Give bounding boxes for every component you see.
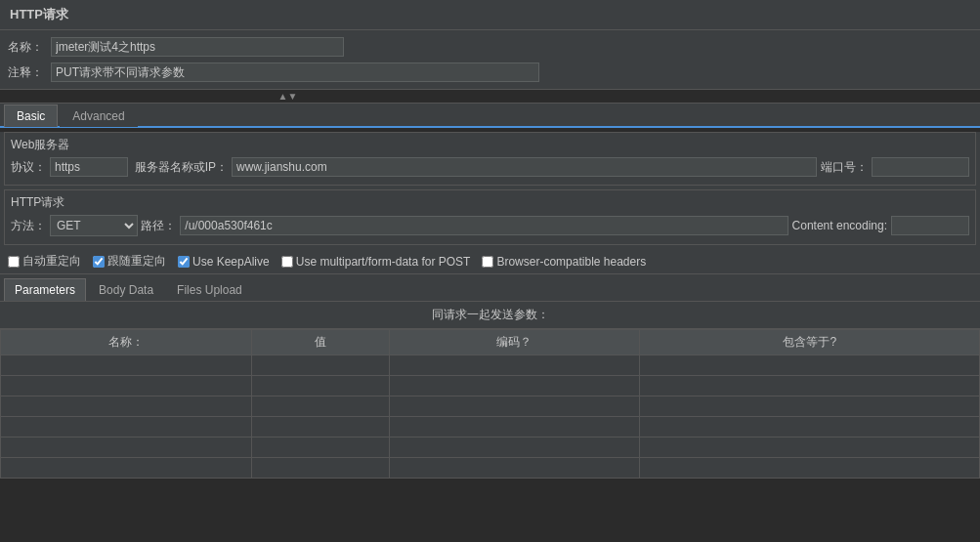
content-encoding-label: Content encoding:: [792, 219, 887, 232]
http-request-section: HTTP请求 方法： GET POST PUT DELETE HEAD OPTI…: [4, 189, 976, 245]
window-title: HTTP请求: [10, 7, 68, 21]
follow-redirect-label: 跟随重定向: [107, 253, 166, 270]
tab-files-upload[interactable]: Files Upload: [166, 278, 253, 301]
cell-include: [640, 438, 980, 458]
name-row: 名称：: [8, 34, 972, 60]
browser-headers-checkbox[interactable]: Browser-compatible headers: [482, 255, 646, 269]
cell-include: [640, 417, 980, 438]
tab-advanced[interactable]: Advanced: [60, 104, 137, 127]
table-row: [1, 438, 980, 458]
name-label: 名称：: [8, 39, 47, 56]
table-row: [1, 417, 980, 438]
cell-include: [640, 458, 980, 479]
method-path-row: 方法： GET POST PUT DELETE HEAD OPTIONS PAT…: [11, 215, 969, 236]
checkboxes-row: 自动重定向 跟随重定向 Use KeepAlive Use multipart/…: [0, 249, 980, 274]
server-field-row: 协议： 服务器名称或IP： 端口号：: [11, 157, 969, 177]
cell-name: [1, 438, 252, 458]
tab-basic[interactable]: Basic: [4, 104, 58, 127]
cell-encode: [389, 417, 640, 438]
server-input[interactable]: [232, 157, 817, 177]
method-select[interactable]: GET POST PUT DELETE HEAD OPTIONS PATCH T…: [50, 215, 138, 236]
multipart-checkbox[interactable]: Use multipart/form-data for POST: [281, 255, 471, 269]
col-name: 名称：: [1, 330, 252, 355]
table-row: [1, 396, 980, 417]
port-label: 端口号：: [821, 159, 868, 176]
parameters-table: 名称： 值 编码？ 包含等于?: [0, 329, 980, 479]
window-header: HTTP请求: [0, 0, 980, 30]
browser-headers-input[interactable]: [482, 256, 493, 268]
protocol-label: 协议：: [11, 159, 46, 176]
divider: ▲▼: [0, 90, 980, 104]
cell-name: [1, 355, 252, 376]
table-row: [1, 376, 980, 396]
tab-parameters[interactable]: Parameters: [4, 278, 86, 301]
cell-encode: [389, 355, 640, 376]
cell-name: [1, 417, 252, 438]
comment-row: 注释：: [8, 60, 972, 85]
encoding-input[interactable]: [891, 216, 969, 235]
cell-value: [251, 417, 389, 438]
col-encode: 编码？: [389, 330, 640, 355]
server-label: 服务器名称或IP：: [135, 159, 228, 176]
cell-value: [251, 438, 389, 458]
col-value: 值: [251, 330, 389, 355]
tab-body-data[interactable]: Body Data: [88, 278, 164, 301]
comment-label: 注释：: [8, 64, 47, 81]
cell-encode: [389, 438, 640, 458]
cell-include: [640, 376, 980, 396]
follow-redirect-input[interactable]: [93, 256, 105, 268]
all-sections: Web服务器 协议： 服务器名称或IP： 端口号： HTTP请求 方法： GET…: [0, 132, 980, 479]
cell-value: [251, 458, 389, 479]
col-include: 包含等于?: [640, 330, 980, 355]
web-server-title: Web服务器: [11, 137, 969, 153]
multipart-label: Use multipart/form-data for POST: [296, 255, 471, 269]
browser-headers-label: Browser-compatible headers: [496, 255, 646, 269]
cell-value: [251, 376, 389, 396]
cell-name: [1, 376, 252, 396]
main-tabs: Basic Advanced: [0, 104, 980, 128]
web-server-section: Web服务器 协议： 服务器名称或IP： 端口号：: [4, 132, 976, 186]
cell-name: [1, 396, 252, 417]
cell-value: [251, 396, 389, 417]
http-request-title: HTTP请求: [11, 194, 969, 211]
path-label: 路径：: [141, 218, 176, 234]
parameters-header: 同请求一起发送参数：: [0, 302, 980, 329]
cell-include: [640, 355, 980, 376]
auto-redirect-label: 自动重定向: [22, 253, 81, 270]
parameters-table-section: 同请求一起发送参数： 名称： 值 编码？ 包含等于?: [0, 302, 980, 479]
follow-redirect-checkbox[interactable]: 跟随重定向: [93, 253, 166, 270]
name-input[interactable]: [51, 37, 344, 57]
cell-name: [1, 458, 252, 479]
table-row: [1, 458, 980, 479]
auto-redirect-checkbox[interactable]: 自动重定向: [8, 253, 81, 270]
cell-include: [640, 396, 980, 417]
port-input[interactable]: [872, 157, 969, 177]
auto-redirect-input[interactable]: [8, 256, 20, 268]
table-row: [1, 355, 980, 376]
path-input[interactable]: [180, 216, 788, 235]
protocol-input[interactable]: [50, 157, 128, 177]
inner-tabs: Parameters Body Data Files Upload: [0, 278, 980, 302]
cell-encode: [389, 396, 640, 417]
comment-input[interactable]: [51, 63, 539, 82]
keepalive-input[interactable]: [178, 256, 190, 268]
cell-encode: [389, 376, 640, 396]
keepalive-label: Use KeepAlive: [192, 255, 270, 269]
method-label: 方法：: [11, 218, 46, 234]
keepalive-checkbox[interactable]: Use KeepAlive: [178, 255, 270, 269]
cell-value: [251, 355, 389, 376]
multipart-input[interactable]: [281, 256, 293, 268]
cell-encode: [389, 458, 640, 479]
form-section: 名称： 注释：: [0, 30, 980, 90]
